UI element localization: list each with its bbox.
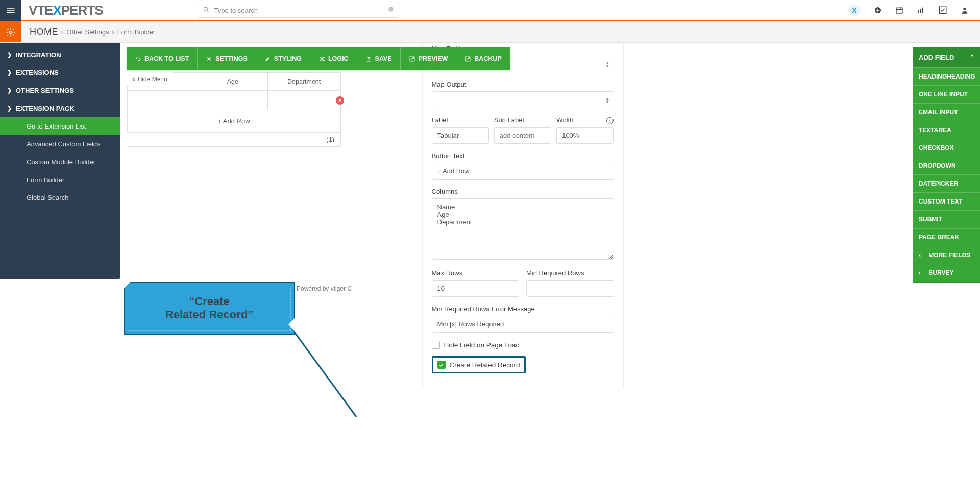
svg-line-1 bbox=[207, 11, 208, 12]
styling-button[interactable]: STYLING bbox=[256, 47, 310, 70]
back-to-list-button[interactable]: BACK TO LIST bbox=[127, 47, 198, 70]
subnav-global-search[interactable]: Global Search bbox=[0, 189, 120, 207]
subnav-advanced-custom-fields[interactable]: Advanced Custom Fields bbox=[0, 135, 120, 153]
logic-button[interactable]: LOGIC bbox=[310, 47, 357, 70]
col-header-age: Age bbox=[198, 73, 268, 91]
hide-menu-button[interactable]: « Hide Menu bbox=[127, 72, 173, 86]
field-submit[interactable]: SUBMIT bbox=[913, 210, 980, 228]
map-output-select[interactable] bbox=[432, 91, 614, 108]
bar-chart-icon[interactable] bbox=[917, 6, 925, 14]
preview-button[interactable]: PREVIEW bbox=[401, 47, 457, 70]
field-custom-text[interactable]: CUSTOM TEXT bbox=[913, 192, 980, 210]
nav-extensions[interactable]: ❯EXTENSIONS bbox=[0, 64, 120, 82]
columns-label: Columns bbox=[432, 188, 614, 195]
add-row-button[interactable]: + Add Row bbox=[128, 110, 340, 133]
hide-field-checkbox[interactable] bbox=[432, 341, 440, 349]
width-input[interactable] bbox=[556, 127, 614, 144]
powered-by-label: Powered by vtiger C bbox=[297, 285, 352, 292]
callout-text-line2: Related Record” bbox=[165, 308, 253, 321]
calendar-icon[interactable] bbox=[895, 6, 903, 14]
top-actions: X bbox=[848, 4, 980, 16]
field-datepicker[interactable]: DATEPICKER bbox=[913, 174, 980, 192]
search-input[interactable] bbox=[198, 3, 399, 18]
chevron-down-icon[interactable] bbox=[388, 6, 394, 12]
sublabel-input[interactable] bbox=[494, 127, 551, 144]
search-icon bbox=[203, 6, 210, 13]
field-email-input[interactable]: EMAIL INPUT bbox=[913, 103, 980, 121]
width-label: Width i bbox=[556, 116, 614, 124]
subnav-go-extension-list[interactable]: Go to Extension List bbox=[0, 117, 120, 135]
chevron-up-icon: ˄ bbox=[970, 54, 974, 61]
table-row: ✕ bbox=[128, 91, 340, 110]
nav-integration[interactable]: ❯INTEGRATION bbox=[0, 46, 120, 64]
field-textarea[interactable]: TEXTAREA bbox=[913, 121, 980, 139]
label-input[interactable] bbox=[432, 127, 489, 144]
field-heading[interactable]: HEADINGHEADING bbox=[913, 67, 980, 85]
top-bar: VTEXPERTS X bbox=[0, 0, 980, 21]
undo-icon bbox=[135, 56, 141, 62]
svg-rect-4 bbox=[896, 8, 902, 13]
callout-arrow-line bbox=[290, 326, 366, 418]
field-dropdown[interactable]: DROPDOWN bbox=[913, 157, 980, 174]
svg-rect-9 bbox=[920, 9, 921, 13]
gear-icon bbox=[206, 56, 212, 62]
breadcrumb-home[interactable]: HOME bbox=[30, 27, 58, 37]
survey-label: SURVEY bbox=[928, 269, 953, 276]
external-link-icon bbox=[409, 56, 415, 62]
min-rows-error-input[interactable] bbox=[432, 316, 614, 333]
hamburger-menu[interactable] bbox=[0, 0, 21, 21]
brand-x-icon[interactable]: X bbox=[848, 4, 861, 16]
toolbar-label: BACK TO LIST bbox=[144, 55, 189, 62]
field-survey[interactable]: ‹ SURVEY bbox=[913, 264, 980, 282]
map-output-label: Map Output bbox=[432, 81, 614, 88]
field-one-line-input[interactable]: ONE LINE INPUT bbox=[913, 85, 980, 103]
breadcrumb-form-builder[interactable]: Form Builder bbox=[117, 28, 155, 36]
subnav-custom-module-builder[interactable]: Custom Module Builder bbox=[0, 153, 120, 171]
user-icon[interactable] bbox=[961, 6, 969, 14]
add-field-header[interactable]: ADD FIELD ˄ bbox=[913, 47, 980, 67]
nav-extension-pack[interactable]: ❯EXTENSION PACK bbox=[0, 99, 120, 117]
more-fields-label: MORE FIELDS bbox=[928, 251, 970, 259]
toolbar-label: SETTINGS bbox=[215, 55, 248, 62]
svg-rect-10 bbox=[922, 8, 923, 13]
subnav-form-builder[interactable]: Form Builder bbox=[0, 171, 120, 189]
field-page-break[interactable]: PAGE BREAK bbox=[913, 228, 980, 246]
chevron-down-icon: ❯ bbox=[7, 87, 12, 94]
checklist-icon[interactable] bbox=[938, 6, 947, 15]
min-rows-input[interactable] bbox=[526, 280, 614, 297]
nav-label: INTEGRATION bbox=[16, 51, 61, 59]
gear-button[interactable] bbox=[0, 21, 21, 42]
field-checkbox[interactable]: CHECKBOX bbox=[913, 139, 980, 157]
sublabel-label: Sub Label bbox=[494, 116, 551, 124]
remove-row-button[interactable]: ✕ bbox=[336, 96, 344, 105]
add-icon[interactable] bbox=[874, 6, 882, 14]
backup-button[interactable]: BACKUP bbox=[456, 47, 509, 70]
info-icon[interactable]: i bbox=[606, 117, 614, 124]
save-button[interactable]: SAVE bbox=[357, 47, 401, 70]
field-more-fields[interactable]: ‹ MORE FIELDS bbox=[913, 246, 980, 264]
center-area: BACK TO LIST SETTINGS STYLING LOGIC SAVE… bbox=[120, 43, 422, 147]
chevron-left-icon: ‹ bbox=[919, 251, 921, 259]
settings-button[interactable]: SETTINGS bbox=[198, 47, 256, 70]
nav-label: EXTENSIONS bbox=[16, 69, 59, 77]
breadcrumb-row: HOME › Other Settings › Form Builder bbox=[0, 21, 980, 43]
shuffle-icon bbox=[318, 56, 325, 62]
toolbar-label: STYLING bbox=[274, 55, 302, 62]
hide-field-checkbox-row[interactable]: Hide Field on Page Load bbox=[432, 341, 614, 349]
svg-point-12 bbox=[963, 8, 966, 10]
breadcrumb-other-settings[interactable]: Other Settings bbox=[66, 28, 109, 36]
toolbar-label: PREVIEW bbox=[419, 55, 448, 62]
create-related-record-row[interactable]: Create Related Record bbox=[437, 361, 520, 369]
columns-textarea[interactable] bbox=[432, 198, 614, 260]
nav-other-settings[interactable]: ❯OTHER SETTINGS bbox=[0, 82, 120, 99]
button-text-input[interactable] bbox=[432, 163, 614, 180]
create-related-record-checkbox[interactable] bbox=[437, 361, 446, 369]
callout-text-line1: “Create bbox=[189, 295, 229, 308]
subnav: Go to Extension List Advanced Custom Fie… bbox=[0, 117, 120, 207]
max-rows-input[interactable] bbox=[432, 280, 520, 297]
svg-point-2 bbox=[388, 7, 393, 12]
chevron-right-icon: › bbox=[61, 28, 63, 36]
hide-menu-label: Hide Menu bbox=[138, 76, 167, 83]
create-related-record-highlight: Create Related Record bbox=[432, 356, 526, 373]
table-row: + Add Row bbox=[128, 110, 340, 133]
